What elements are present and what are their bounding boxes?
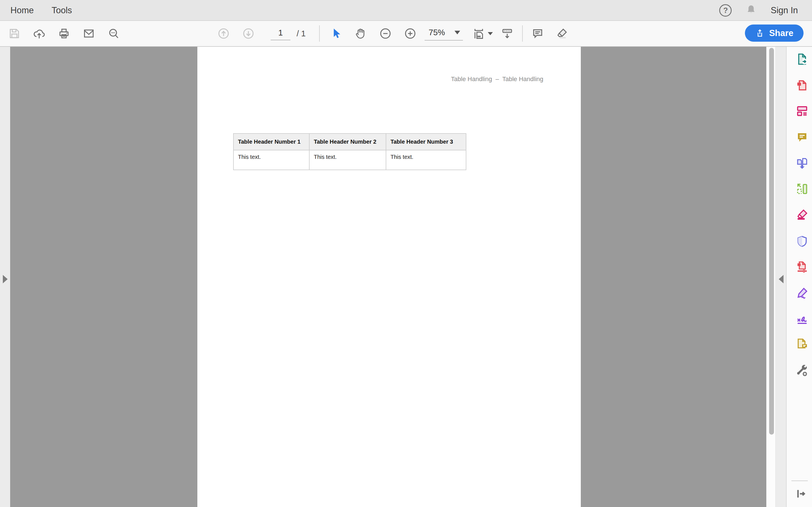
send-for-comments-icon[interactable] bbox=[795, 337, 809, 351]
fit-width-icon[interactable] bbox=[472, 27, 486, 40]
table-cell: This text. bbox=[386, 150, 466, 170]
pdf-running-header: Table Handling – Table Handling bbox=[451, 75, 543, 83]
comment-icon[interactable] bbox=[531, 27, 544, 40]
compress-pdf-icon[interactable] bbox=[795, 260, 809, 274]
page-up-icon[interactable] bbox=[217, 27, 230, 40]
share-button[interactable]: Share bbox=[745, 24, 804, 42]
zoom-out-icon[interactable] bbox=[379, 27, 392, 40]
select-tool-icon[interactable] bbox=[330, 27, 343, 40]
page-count-label: / 1 bbox=[297, 29, 306, 38]
organize-pages-icon[interactable] bbox=[795, 182, 809, 196]
collapse-tools-pane-icon[interactable] bbox=[779, 275, 783, 283]
hand-tool-icon[interactable] bbox=[354, 27, 367, 40]
table-header-cell: Table Header Number 3 bbox=[386, 133, 466, 150]
tools-rail bbox=[786, 47, 812, 507]
vertical-scrollbar[interactable] bbox=[766, 47, 775, 507]
scroll-mode-icon[interactable] bbox=[501, 27, 514, 40]
help-icon[interactable]: ? bbox=[719, 4, 732, 17]
search-icon[interactable] bbox=[107, 27, 120, 40]
toolbar: / 1 75% bbox=[0, 21, 812, 47]
tab-bar: Home Tools ? Sign In bbox=[0, 0, 812, 21]
rail-divider bbox=[792, 481, 808, 481]
zoom-in-icon[interactable] bbox=[404, 27, 417, 40]
notifications-bell-icon[interactable] bbox=[745, 4, 757, 17]
page-number-input[interactable] bbox=[271, 27, 290, 40]
table-cell: This text. bbox=[309, 150, 386, 170]
tab-tools[interactable]: Tools bbox=[52, 0, 72, 21]
save-icon[interactable] bbox=[8, 27, 21, 40]
page-down-icon[interactable] bbox=[242, 27, 255, 40]
cloud-upload-icon[interactable] bbox=[33, 27, 46, 40]
table-header-cell: Table Header Number 1 bbox=[234, 133, 309, 150]
expand-nav-pane-icon[interactable] bbox=[3, 275, 8, 283]
more-tools-icon[interactable] bbox=[795, 364, 809, 378]
tools-pane-strip[interactable] bbox=[775, 47, 786, 507]
chevron-down-icon[interactable] bbox=[488, 32, 493, 35]
redact-icon[interactable] bbox=[795, 208, 809, 222]
pdf-table: Table Header Number 1 Table Header Numbe… bbox=[233, 133, 466, 170]
export-pdf-icon[interactable] bbox=[795, 52, 809, 66]
chevron-down-icon bbox=[455, 31, 460, 34]
table-row: This text. This text. This text. bbox=[234, 150, 466, 170]
email-icon[interactable] bbox=[82, 27, 95, 40]
document-viewport[interactable]: Table Handling – Table Handling Table He… bbox=[10, 47, 766, 507]
print-icon[interactable] bbox=[57, 27, 70, 40]
zoom-level-dropdown[interactable]: 75% bbox=[424, 27, 463, 41]
comment-icon[interactable] bbox=[795, 131, 809, 144]
create-pdf-icon[interactable] bbox=[795, 78, 809, 92]
sign-in-link[interactable]: Sign In bbox=[770, 5, 798, 15]
nav-pane-strip[interactable] bbox=[0, 47, 10, 507]
open-tools-pane-icon[interactable] bbox=[794, 487, 807, 500]
table-cell: This text. bbox=[234, 150, 309, 170]
main-area: Table Handling – Table Handling Table He… bbox=[0, 47, 812, 507]
edit-pdf-icon[interactable] bbox=[795, 104, 809, 118]
combine-files-icon[interactable] bbox=[795, 157, 809, 170]
fill-sign-icon[interactable] bbox=[795, 286, 809, 300]
table-header-row: Table Header Number 1 Table Header Numbe… bbox=[234, 133, 466, 150]
protect-icon[interactable] bbox=[795, 235, 809, 248]
share-button-label: Share bbox=[769, 28, 794, 38]
zoom-level-value: 75% bbox=[428, 28, 445, 37]
pdf-page[interactable]: Table Handling – Table Handling Table He… bbox=[197, 47, 581, 507]
table-header-cell: Table Header Number 2 bbox=[309, 133, 386, 150]
tab-home[interactable]: Home bbox=[10, 0, 34, 21]
scrollbar-thumb[interactable] bbox=[769, 48, 774, 435]
request-signatures-icon[interactable] bbox=[795, 312, 809, 325]
highlight-icon[interactable] bbox=[555, 27, 568, 40]
